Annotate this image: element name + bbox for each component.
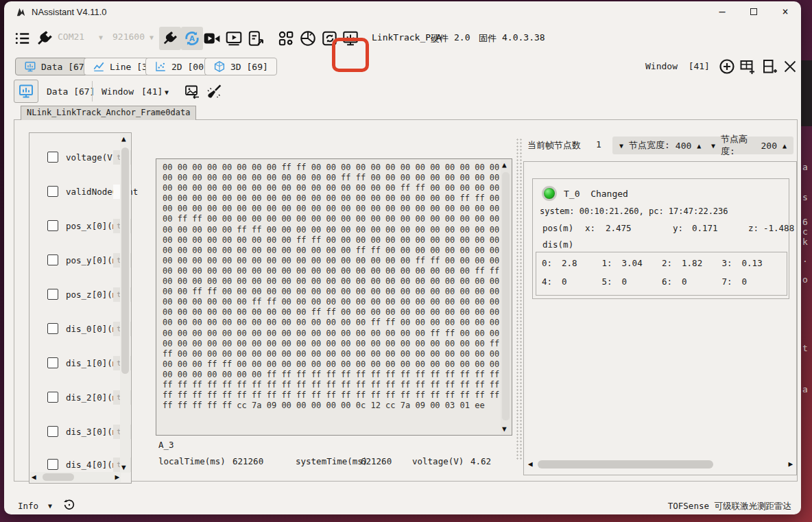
scroll-up-icon[interactable]: ▲	[121, 135, 126, 143]
pos-x-checkbox[interactable]	[47, 220, 58, 231]
app-logo-icon	[15, 6, 27, 18]
node-panel-horizontal-scrollbar[interactable]: ◀ ▶	[527, 458, 794, 471]
dis-value: 0	[682, 276, 702, 287]
scrollbar-thumb[interactable]	[43, 473, 74, 481]
main-group-box: voltage(V) tar validNodeCount pos_x[0](m…	[14, 119, 798, 482]
hex-row: 00 00 00 00 00 00 00 00 00 00 00 00 00 0…	[163, 318, 496, 328]
scroll-right-icon[interactable]: ▶	[115, 473, 119, 481]
pos-y-checkbox[interactable]	[47, 254, 58, 265]
data-view-toggle-button[interactable]	[14, 80, 38, 103]
z-value: -1.488	[763, 223, 794, 233]
application-window: NAssistant V4.11.0 – × COM21 ▼ 921600 ▼	[4, 1, 801, 514]
plug-icon[interactable]	[36, 29, 53, 47]
desktop-edge-text: .	[802, 254, 808, 264]
split-window-icon[interactable]	[761, 58, 778, 75]
hex-row: 00 00 00 00 00 00 00 ff ff ff ff ff ff f…	[163, 370, 496, 380]
hex-row: ff ff ff ff ff ff ff ff ff ff ff ff ff f…	[163, 390, 496, 401]
line-tab-icon	[93, 60, 105, 73]
export-log-icon[interactable]	[247, 29, 265, 47]
node-height-label: 节点高度:	[721, 133, 755, 158]
close-button[interactable]: ×	[769, 1, 801, 22]
dis-3-checkbox[interactable]	[47, 426, 58, 437]
increase-icon[interactable]: ▲	[783, 142, 787, 150]
connect-button[interactable]	[159, 27, 181, 50]
dis-4-checkbox[interactable]	[47, 459, 58, 470]
scrollbar-thumb[interactable]	[121, 147, 129, 374]
scrollbar-thumb[interactable]	[538, 460, 713, 468]
frame-protocol-tab[interactable]: NLink_LinkTrack_Anchor_Frame0data	[21, 106, 196, 120]
scroll-left-icon[interactable]: ◀	[528, 460, 533, 468]
node-width-label: 节点宽度:	[629, 139, 670, 152]
tab-2d-label: 2D [00]	[171, 62, 209, 72]
baud-dropdown-icon[interactable]: ▼	[150, 34, 154, 41]
scrollbar-thumb[interactable]	[502, 172, 510, 420]
voltage-checkbox[interactable]	[47, 152, 58, 163]
z-label: z:	[748, 223, 759, 233]
history-reset-icon[interactable]	[63, 499, 75, 511]
dis-2-checkbox[interactable]	[47, 392, 58, 403]
dis-value: 3.04	[622, 258, 643, 268]
add-circle-icon[interactable]	[719, 58, 735, 75]
list-item: dis_1[0](m) ta	[29, 356, 131, 372]
subbar-window-count[interactable]: [41]	[141, 86, 163, 97]
auto-sync-button[interactable]: A	[181, 27, 203, 50]
scroll-up-icon[interactable]: ▲	[502, 161, 507, 169]
record-video-icon[interactable]	[203, 29, 221, 47]
list-item: pos_x[0](m) ta	[29, 219, 131, 235]
playback-monitor-icon[interactable]	[225, 29, 243, 47]
subbar-data-label: Data [67]	[47, 86, 95, 97]
apps-settings-icon[interactable]	[277, 29, 295, 47]
field-label: voltage(V)	[66, 152, 117, 163]
x-label: x:	[585, 223, 595, 233]
raw-frame-hex-view[interactable]: 00 00 00 00 00 00 00 00 ff ff 00 00 00 0…	[156, 158, 512, 436]
dis-0-checkbox[interactable]	[47, 323, 58, 334]
sidebar-horizontal-scrollbar[interactable]: ◀ ▶	[30, 472, 121, 482]
desktop-background-strip	[800, 60, 812, 126]
desktop-edge-text: o	[802, 274, 808, 285]
main-toolbar: COM21 ▼ 921600 ▼ A	[4, 22, 801, 55]
dis-entry: 3:0.13	[722, 258, 783, 268]
y-value: 0.171	[692, 223, 718, 233]
node-view-header: 当前帧节点数 1 ▼ 节点宽度: 400 ▲ ▼ 节点高度: 200 ▲	[525, 139, 793, 157]
hex-vertical-scrollbar[interactable]: ▲ ▼	[501, 160, 511, 434]
scroll-right-icon[interactable]: ▶	[788, 460, 793, 468]
decrease-icon[interactable]: ▼	[711, 142, 715, 150]
tab-3d[interactable]: 3D [69]	[204, 58, 277, 75]
menu-list-icon[interactable]	[14, 29, 32, 47]
log-level-dropdown-icon[interactable]: ▼	[48, 502, 52, 510]
screenshot-icon[interactable]	[184, 83, 200, 99]
hex-row: ff ff ff ff ff cc 7a 09 00 00 00 00 00 0…	[163, 401, 496, 411]
panel-splitter[interactable]	[516, 138, 523, 460]
hardware-label: 硬件	[431, 32, 449, 45]
desktop-edge-text: a	[802, 384, 808, 394]
dis-entry: 5:0	[602, 276, 662, 287]
increase-icon[interactable]: ▲	[697, 142, 701, 150]
decrease-icon[interactable]: ▼	[619, 142, 623, 150]
node-width-spinner[interactable]: ▼ 节点宽度: 400 ▲	[612, 137, 708, 154]
scroll-down-icon[interactable]: ▼	[502, 425, 507, 433]
com-port-select[interactable]: COM21	[58, 32, 84, 42]
subbar-window-label[interactable]: Window	[102, 86, 134, 97]
dis-1-checkbox[interactable]	[47, 357, 58, 368]
validnodecount-checkbox[interactable]	[47, 186, 58, 197]
desktop-edge-text: k	[802, 237, 808, 247]
hex-row: 00 00 00 00 00 00 00 00 00 00 ff ff 00 0…	[163, 307, 496, 318]
window-dropdown-icon[interactable]: ▼	[165, 88, 169, 96]
title-bar[interactable]: NAssistant V4.11.0 – ×	[4, 1, 801, 22]
baud-rate-select[interactable]: 921600	[112, 32, 145, 42]
scroll-left-icon[interactable]: ◀	[32, 473, 36, 481]
maximize-button[interactable]	[738, 1, 769, 22]
scroll-down-icon[interactable]: ▼	[121, 464, 126, 471]
log-level-select[interactable]: Info	[18, 501, 38, 511]
node-card[interactable]: T_0 Changed system: 00:10:21.260, pc: 17…	[532, 178, 789, 299]
pos-z-checkbox[interactable]	[47, 289, 58, 300]
pie-monitor-icon[interactable]	[299, 29, 317, 47]
add-window-icon[interactable]	[739, 58, 756, 75]
hex-row: ff 00 00 00 00 00 00 00 00 00 00 00 00 0…	[163, 349, 496, 359]
clear-broom-icon[interactable]	[206, 83, 222, 99]
close-view-icon[interactable]	[782, 58, 798, 75]
com-port-dropdown-icon[interactable]: ▼	[99, 34, 103, 41]
minimize-button[interactable]: –	[706, 1, 738, 22]
sidebar-vertical-scrollbar[interactable]: ▲ ▼	[120, 134, 130, 473]
node-height-spinner[interactable]: ▼ 节点高度: 200 ▲	[704, 137, 793, 154]
